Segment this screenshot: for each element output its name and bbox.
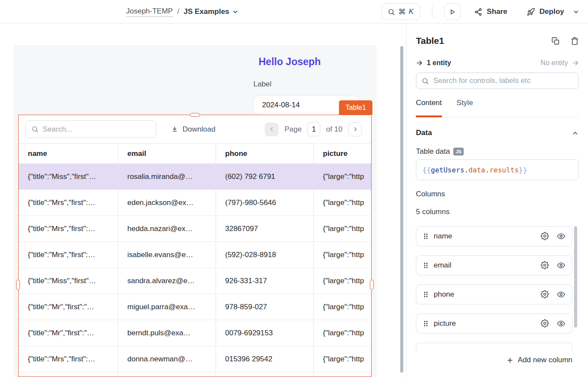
table-row[interactable]: {"title":"Mr","first":"… miguel.parra@ex… [19, 294, 371, 320]
share-icon [474, 8, 482, 16]
share-button[interactable]: Share [474, 7, 507, 16]
drag-handle-icon[interactable] [423, 320, 429, 327]
workspace-name[interactable]: Joseph-TEMP [126, 7, 173, 17]
prev-page-button[interactable] [265, 122, 279, 136]
drag-handle-icon[interactable] [423, 262, 429, 269]
column-card-partial[interactable] [416, 343, 572, 351]
column-header-email[interactable]: email [118, 144, 216, 163]
cell-picture: {"large":"http [314, 320, 371, 346]
data-section-header[interactable]: Data [416, 129, 579, 137]
topbar-divider [432, 5, 432, 18]
plus-icon [506, 357, 514, 364]
column-header-phone[interactable]: phone [216, 144, 314, 163]
cell-picture: {"large":"http [314, 164, 371, 189]
cell-picture: {"large":"http [314, 268, 371, 294]
eye-icon[interactable] [557, 319, 565, 328]
resize-handle-top[interactable] [190, 113, 200, 117]
widget-title[interactable]: Table1 [416, 36, 444, 46]
deploy-label: Deploy [539, 7, 564, 16]
drag-handle-icon[interactable] [423, 291, 429, 298]
data-section-title: Data [416, 129, 432, 137]
tab-content[interactable]: Content [416, 99, 442, 117]
gear-icon[interactable] [541, 290, 549, 299]
k-key-label: K [409, 7, 413, 16]
table-search-input[interactable] [43, 125, 150, 134]
eye-icon[interactable] [557, 232, 565, 241]
eye-icon[interactable] [557, 290, 565, 299]
download-button[interactable]: Download [171, 125, 216, 134]
column-header-name[interactable]: name [19, 144, 118, 163]
table-row[interactable]: {"title":"Mr","first":"… berndt.puls@exa… [19, 320, 371, 346]
gear-icon[interactable] [541, 261, 549, 270]
cell-email: rosalia.miranda@… [118, 164, 216, 189]
property-pane-header: Table1 [416, 36, 579, 46]
table-row[interactable]: {"title":"Mrs","first":… eden.jackson@ex… [19, 189, 371, 215]
property-search [416, 73, 579, 89]
resize-handle-right[interactable] [370, 280, 374, 290]
arrow-right-icon [416, 60, 423, 66]
cell-email: sandra.alvarez@e… [118, 268, 216, 294]
tab-style[interactable]: Style [457, 99, 473, 117]
app-canvas[interactable]: Hello Joseph Label 2024-08-14 Table1 [14, 45, 376, 377]
outgoing-entities-button[interactable]: No entity [541, 59, 579, 67]
cell-picture: {"large":"http [314, 294, 371, 320]
incoming-entities-button[interactable]: 1 entity [416, 59, 451, 67]
next-page-button[interactable] [348, 122, 362, 136]
cell-phone: (797)-980-5646 [216, 190, 314, 215]
search-icon [388, 8, 395, 16]
column-header-picture[interactable]: picture [314, 144, 371, 163]
table-data-field-label: Table data JS [416, 147, 579, 156]
table-row[interactable]: {"title":"Mrs","first":… donna.newman@… … [19, 346, 371, 372]
drag-handle-icon[interactable] [423, 233, 429, 240]
cell-email: isabelle.evans@e… [118, 242, 216, 268]
copy-widget-icon[interactable] [551, 37, 560, 45]
add-new-column-label: Add new column [518, 356, 572, 364]
column-card-name[interactable]: name [416, 226, 572, 246]
table-row[interactable] [19, 372, 371, 377]
share-label: Share [487, 7, 507, 16]
datepicker-label: Label [253, 80, 272, 89]
code-field: data [468, 166, 485, 174]
table-row[interactable]: {"title":"Miss","first"… sandra.alvarez@… [19, 268, 371, 294]
cell-email: donna.newman@… [118, 346, 216, 372]
code-dot: . [464, 166, 468, 174]
table-row[interactable]: {"title":"Mrs","first":… hedda.nazari@ex… [19, 215, 371, 241]
page-name-menu[interactable]: JS Examples [183, 7, 239, 16]
text-widget-heading[interactable]: Hello Joseph [259, 56, 321, 68]
preview-button[interactable] [444, 3, 461, 20]
delete-widget-icon[interactable] [571, 37, 579, 45]
canvas-scrollbar[interactable] [400, 46, 403, 373]
deploy-options-button[interactable] [573, 9, 579, 15]
table-row[interactable]: {"title":"Miss","first"… rosalia.miranda… [19, 163, 371, 189]
table-widget[interactable]: Download Page of 10 name ema [18, 115, 372, 377]
resize-handle-left[interactable] [16, 280, 20, 290]
breadcrumb: Joseph-TEMP / JS Examples [126, 0, 239, 23]
search-icon [422, 77, 429, 85]
breadcrumb-separator: / [177, 7, 179, 16]
topbar-actions: ⌘ K Share Deploy [381, 0, 582, 23]
canvas-area: Hello Joseph Label 2024-08-14 Table1 [0, 23, 406, 377]
cell-picture: {"large":"http [314, 346, 371, 372]
widget-name-tag[interactable]: Table1 [339, 100, 372, 115]
columns-list-scrollbar[interactable] [574, 226, 577, 327]
table-row[interactable]: {"title":"Mrs","first":… isabelle.evans@… [19, 241, 371, 268]
download-icon [171, 126, 179, 133]
cell-picture: {"large":"http [314, 190, 371, 215]
table-data-code-input[interactable]: {{getUsers.data.results}} [416, 159, 579, 180]
eye-icon[interactable] [557, 261, 565, 270]
gear-icon[interactable] [541, 232, 549, 241]
omnibar-search-button[interactable]: ⌘ K [381, 3, 420, 20]
add-new-column-button[interactable]: Add new column [416, 356, 572, 364]
deploy-button[interactable]: Deploy [527, 7, 564, 16]
gear-icon[interactable] [541, 319, 549, 328]
column-card-email[interactable]: email [416, 255, 572, 275]
column-card-picture[interactable]: picture [416, 314, 572, 334]
cell-name: {"title":"Miss","first"… [19, 164, 118, 189]
code-close-brace: }} [519, 166, 527, 174]
table-toolbar: Download Page of 10 [19, 115, 371, 143]
property-search-input[interactable] [433, 76, 573, 85]
column-card-phone[interactable]: phone [416, 284, 572, 304]
page-number-input[interactable] [307, 122, 320, 136]
js-badge[interactable]: JS [453, 148, 463, 155]
property-pane: Table1 1 entity No entity [406, 23, 588, 377]
